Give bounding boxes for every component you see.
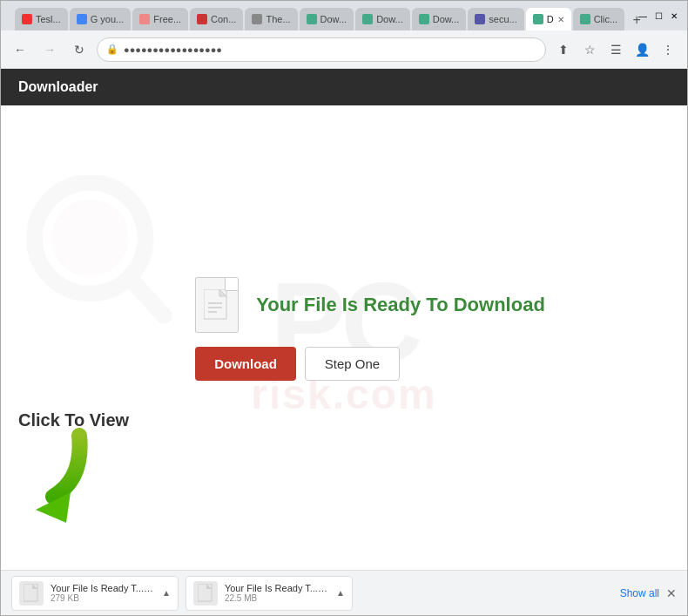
dl-size-1: 279 KB <box>51 593 155 603</box>
lock-icon: 🔒 <box>106 44 118 55</box>
tab-4[interactable]: Con... <box>190 8 243 30</box>
download-item-2[interactable]: Your File Is Ready T....iso 22.5 MB ▲ <box>185 576 353 611</box>
page-title: Downloader <box>18 79 98 94</box>
tab-bar: Tesl... G you... Free... Con... The... D… <box>8 1 654 30</box>
close-button[interactable]: ✕ <box>668 10 680 22</box>
show-all-button[interactable]: Show all <box>620 587 659 599</box>
bookmark-button[interactable]: ☆ <box>577 37 602 62</box>
title-bar: Tesl... G you... Free... Con... The... D… <box>1 1 687 30</box>
magnify-watermark <box>27 175 175 332</box>
file-icon <box>195 277 239 333</box>
svg-line-2 <box>131 279 164 316</box>
reload-button[interactable]: ↻ <box>67 37 91 62</box>
download-center-box: Your File Is Ready To Download Download … <box>195 277 545 381</box>
page-content: PC risk.com Click To View <box>1 105 687 570</box>
tab-8[interactable]: Dow... <box>412 8 467 30</box>
share-button[interactable]: ⬆ <box>551 37 576 62</box>
dl-chevron-1[interactable]: ▲ <box>162 588 171 598</box>
dl-name-1: Your File Is Ready T....iso <box>51 583 155 593</box>
dl-file-icon-2 <box>193 581 218 606</box>
browser-window: Tesl... G you... Free... Con... The... D… <box>0 0 688 616</box>
dl-size-2: 22.5 MB <box>225 593 329 603</box>
dl-name-2: Your File Is Ready T....iso <box>225 583 329 593</box>
button-row: Download Step One <box>195 347 400 381</box>
download-bar-close[interactable]: ✕ <box>666 586 677 600</box>
tab-11[interactable]: Clic... <box>573 8 625 30</box>
svg-point-0 <box>35 183 146 294</box>
address-input[interactable]: 🔒 ●●●●●●●●●●●●●●●●● <box>97 37 546 62</box>
svg-rect-8 <box>24 584 37 601</box>
forward-button[interactable]: → <box>37 37 62 62</box>
back-button[interactable]: ← <box>8 37 32 62</box>
file-ready-row: Your File Is Ready To Download <box>195 277 545 333</box>
dl-chevron-2[interactable]: ▲ <box>336 588 345 598</box>
tab-close[interactable]: ✕ <box>557 15 564 24</box>
window-controls: — ☐ ✕ <box>637 10 680 22</box>
ready-text: Your File Is Ready To Download <box>256 293 545 318</box>
tab-1[interactable]: Tesl... <box>15 8 68 30</box>
tab-9[interactable]: secu... <box>468 8 523 30</box>
tab-5[interactable]: The... <box>245 8 297 30</box>
tab-search-button[interactable]: ☰ <box>604 37 628 62</box>
address-bar: ← → ↻ 🔒 ●●●●●●●●●●●●●●●●● ⬆ ☆ ☰ 👤 ⋮ <box>1 30 687 69</box>
download-bar: Your File Is Ready T....iso 279 KB ▲ You… <box>1 570 687 615</box>
toolbar-icons: ⬆ ☆ ☰ 👤 ⋮ <box>551 37 680 62</box>
svg-point-1 <box>51 200 128 276</box>
url-text: ●●●●●●●●●●●●●●●●● <box>124 44 536 55</box>
step-one-button[interactable]: Step One <box>305 347 400 381</box>
green-arrow <box>27 427 105 526</box>
download-item-1[interactable]: Your File Is Ready T....iso 279 KB ▲ <box>11 576 179 611</box>
tab-2[interactable]: G you... <box>70 8 132 30</box>
svg-marker-3 <box>36 492 71 523</box>
maximize-button[interactable]: ☐ <box>652 10 664 22</box>
tab-7[interactable]: Dow... <box>355 8 410 30</box>
tab-6[interactable]: Dow... <box>300 8 354 30</box>
tab-3[interactable]: Free... <box>132 8 188 30</box>
dl-file-icon-1 <box>19 581 44 606</box>
svg-rect-9 <box>198 584 212 601</box>
page-header: Downloader <box>1 69 687 105</box>
download-button[interactable]: Download <box>195 347 296 381</box>
minimize-button[interactable]: — <box>637 10 649 22</box>
dl-info-2: Your File Is Ready T....iso 22.5 MB <box>225 583 329 603</box>
profile-button[interactable]: 👤 <box>630 37 654 62</box>
menu-button[interactable]: ⋮ <box>656 37 680 62</box>
tab-active[interactable]: D ✕ <box>526 8 571 30</box>
click-to-view-text: Click To View <box>18 410 129 430</box>
dl-info-1: Your File Is Ready T....iso 279 KB <box>51 583 155 603</box>
